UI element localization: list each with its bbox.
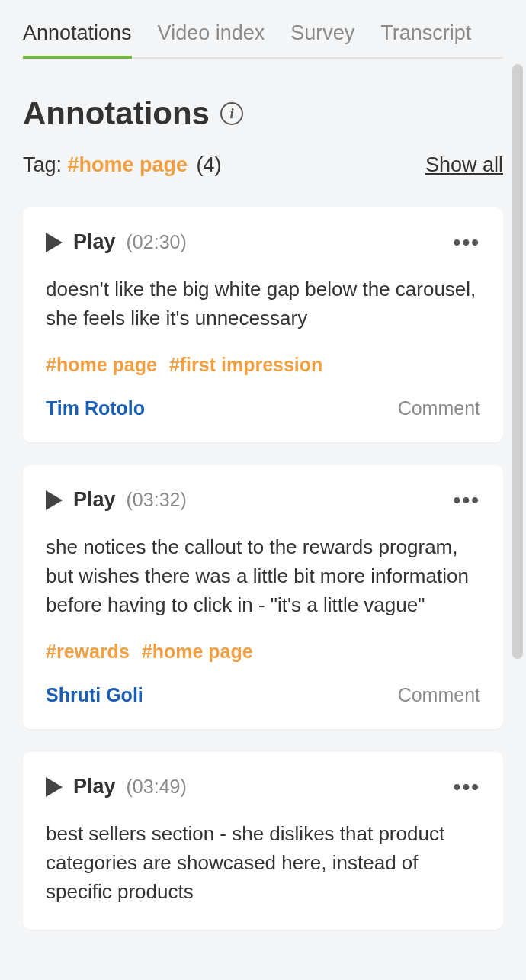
filter-tag[interactable]: #home page (68, 153, 188, 176)
annotation-body: best sellers section - she dislikes that… (46, 820, 480, 906)
annotation-body: doesn't like the big white gap below the… (46, 275, 480, 333)
annotation-tags: #home page #first impression (46, 354, 480, 376)
annotation-body: she notices the callout to the rewards p… (46, 533, 480, 619)
play-button[interactable]: Play (03:49) (46, 775, 187, 798)
tab-annotations[interactable]: Annotations (23, 21, 132, 57)
more-icon[interactable]: ••• (454, 490, 480, 511)
play-label: Play (73, 230, 116, 254)
tab-transcript[interactable]: Transcript (380, 21, 471, 57)
annotation-card: Play (03:32) ••• she notices the callout… (23, 465, 503, 729)
tab-survey[interactable]: Survey (290, 21, 354, 57)
tag-link[interactable]: #rewards (46, 641, 130, 663)
annotation-tags: #rewards #home page (46, 641, 480, 663)
annotation-card: Play (02:30) ••• doesn't like the big wh… (23, 207, 503, 442)
play-icon (46, 490, 63, 510)
timestamp: (02:30) (127, 231, 187, 253)
play-button[interactable]: Play (02:30) (46, 230, 187, 254)
play-button[interactable]: Play (03:32) (46, 488, 187, 512)
annotation-list: Play (02:30) ••• doesn't like the big wh… (23, 207, 503, 930)
tag-link[interactable]: #home page (142, 641, 253, 663)
play-icon (46, 233, 63, 252)
svg-marker-2 (46, 777, 63, 797)
svg-marker-1 (46, 490, 63, 510)
tab-video-index[interactable]: Video index (158, 21, 265, 57)
filter-count: (4) (197, 153, 222, 176)
annotation-card: Play (03:49) ••• best sellers section - … (23, 752, 503, 929)
filter-prefix: Tag: (23, 153, 68, 176)
play-label: Play (73, 775, 116, 798)
author-link[interactable]: Shruti Goli (46, 684, 143, 706)
play-icon (46, 777, 63, 797)
comment-link[interactable]: Comment (398, 684, 480, 706)
info-icon[interactable]: i (220, 102, 243, 125)
comment-link[interactable]: Comment (398, 397, 480, 419)
timestamp: (03:32) (127, 489, 187, 511)
page-title: Annotations (23, 95, 210, 132)
page-header: Annotations i (23, 95, 503, 132)
scrollbar[interactable] (512, 64, 523, 659)
svg-marker-0 (46, 233, 63, 252)
timestamp: (03:49) (127, 776, 187, 798)
tag-link[interactable]: #home page (46, 354, 157, 376)
tabs: Annotations Video index Survey Transcrip… (23, 0, 503, 59)
play-label: Play (73, 488, 116, 512)
filter-row: Tag: #home page (4) Show all (23, 153, 503, 177)
tag-link[interactable]: #first impression (169, 354, 322, 376)
more-icon[interactable]: ••• (454, 776, 480, 798)
author-link[interactable]: Tim Rotolo (46, 397, 145, 419)
more-icon[interactable]: ••• (454, 232, 480, 253)
show-all-link[interactable]: Show all (425, 153, 503, 177)
